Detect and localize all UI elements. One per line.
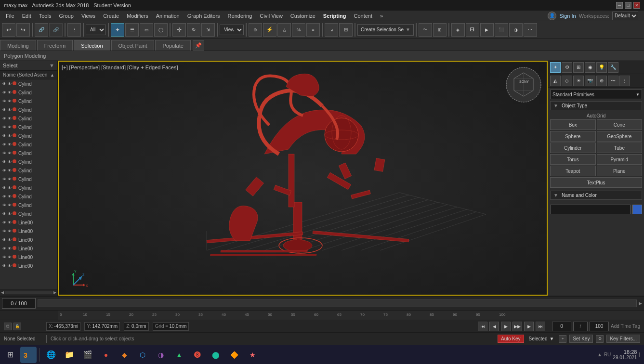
unlink-button[interactable]: 🔗 <box>49 23 63 37</box>
viewport-3d[interactable]: [+] [Perspective] [Standard] [Clay + Edg… <box>58 61 548 296</box>
teapot-button[interactable]: Teapot <box>550 166 596 176</box>
mirror-button[interactable]: ⧡ <box>325 23 338 37</box>
menu-modifiers[interactable]: Modifiers <box>123 11 152 21</box>
rp-motion-icon[interactable]: ◉ <box>585 62 595 73</box>
maximize-button[interactable]: □ <box>625 2 631 9</box>
scene-list-item[interactable]: 👁 👁 Line00 <box>0 227 57 235</box>
timeline-expand-button[interactable]: ▶ <box>637 301 644 306</box>
tab-modeling[interactable]: Modeling <box>0 40 36 51</box>
box-button[interactable]: Box <box>550 119 596 130</box>
rp-display-icon[interactable]: 💡 <box>596 62 607 73</box>
sphere-button[interactable]: Sphere <box>550 131 596 142</box>
tab-pin-button[interactable]: 📌 <box>193 40 204 51</box>
prev-frame-button[interactable]: ◀ <box>489 322 499 331</box>
taskbar-app5-button[interactable]: ▲ <box>171 347 187 363</box>
taskbar-app9-button[interactable]: ★ <box>244 347 261 363</box>
play-all-button[interactable]: ▶▶ <box>513 322 522 331</box>
go-end-button[interactable]: ⏭ <box>536 322 545 331</box>
play-button[interactable]: ▶ <box>501 322 511 331</box>
select-object-button[interactable]: ✦ <box>111 23 124 37</box>
rp-shapes-icon[interactable]: ◇ <box>562 76 572 86</box>
pyramid-button[interactable]: Pyramid <box>597 154 643 165</box>
snap-toggle-button[interactable]: ⚡ <box>263 23 276 37</box>
taskbar-app7-button[interactable]: ⬤ <box>208 347 224 363</box>
status-icon-2[interactable]: 🔒 <box>13 323 21 330</box>
key-lock-button[interactable]: + <box>559 335 566 343</box>
taskbar-tray-arrow[interactable]: ▲ <box>597 352 602 357</box>
menu-animation[interactable]: Animation <box>152 11 184 21</box>
taskbar-windows-button[interactable]: ⊞ <box>2 347 18 363</box>
menu-rendering[interactable]: Rendering <box>224 11 256 21</box>
view-dropdown[interactable]: View <box>220 25 244 35</box>
current-frame-input[interactable] <box>552 322 571 331</box>
menu-tools[interactable]: Tools <box>35 11 55 21</box>
auto-key-button[interactable]: Auto Key <box>498 335 524 343</box>
scene-list-item[interactable]: 👁 👁 Cylind <box>0 79 57 88</box>
curve-editor-button[interactable]: 〜 <box>419 23 432 37</box>
scene-list-item[interactable]: 👁 👁 Line00 <box>0 244 57 253</box>
scene-list-item[interactable]: 👁 👁 Cylind <box>0 183 57 192</box>
spinner-snap-button[interactable]: ≡ <box>306 23 320 37</box>
taskbar-browser-button[interactable]: 🌐 <box>43 347 59 363</box>
bind-spacewarp-button[interactable]: ⋮ <box>67 23 81 37</box>
scene-list-item[interactable]: 👁 👁 Cylind <box>0 88 57 97</box>
rp-hierarchy-icon[interactable]: ⊞ <box>573 62 584 73</box>
menu-civil-view[interactable]: Civil View <box>256 11 286 21</box>
minimize-button[interactable]: ─ <box>616 2 623 9</box>
close-button[interactable]: ✕ <box>633 2 640 9</box>
menu-scripting[interactable]: Scripting <box>319 11 350 21</box>
status-icon-1[interactable]: ⊡ <box>4 323 12 330</box>
rp-cameras-icon[interactable]: 📷 <box>585 76 595 86</box>
render-prod-button[interactable]: ⬛ <box>495 23 508 37</box>
menu-customize[interactable]: Customize <box>287 11 319 21</box>
rp-modify-icon[interactable]: ⚙ <box>562 62 572 73</box>
plane-button[interactable]: Plane <box>597 166 643 176</box>
taskbar-app1-button[interactable]: ● <box>98 347 114 363</box>
scale-button[interactable]: ⇲ <box>201 23 215 37</box>
cone-button[interactable]: Cone <box>597 119 643 130</box>
rp-geometry-icon[interactable]: ◭ <box>550 76 561 86</box>
menu-content[interactable]: Content <box>350 11 376 21</box>
object-type-section-header[interactable]: ▼ Object Type <box>550 101 642 110</box>
scene-list-item[interactable]: 👁 👁 Line00 <box>0 218 57 227</box>
taskbar-folder-button[interactable]: 📁 <box>61 347 78 363</box>
tab-freeform[interactable]: Freeform <box>37 40 73 51</box>
move-button[interactable]: ✛ <box>172 23 186 37</box>
scroll-right-arrow[interactable]: ▶ <box>53 290 56 295</box>
material-editor-button[interactable]: ◈ <box>451 23 465 37</box>
taskbar-app2-button[interactable]: ◆ <box>116 347 132 363</box>
render-frame-button[interactable]: ▶ <box>480 23 494 37</box>
menu-more[interactable]: » <box>376 11 387 21</box>
timeline-track[interactable] <box>38 299 637 307</box>
next-frame-button[interactable]: ▶ <box>524 322 534 331</box>
color-swatch[interactable] <box>632 205 642 214</box>
render-iter-button[interactable]: ⋯ <box>524 23 537 37</box>
menu-views[interactable]: Views <box>78 11 99 21</box>
name-color-section-header[interactable]: ▼ Name and Color <box>550 191 642 200</box>
taskbar-3dsmax-button[interactable]: 3 <box>20 347 37 363</box>
taskbar-show-desktop[interactable]: | <box>639 352 640 357</box>
tube-button[interactable]: Tube <box>597 143 643 153</box>
key-filters-button[interactable]: Key Filters... <box>606 335 640 343</box>
pivot-button[interactable]: ⊕ <box>249 23 262 37</box>
scene-list-item[interactable]: 👁 👁 Cylind <box>0 123 57 131</box>
redo-button[interactable]: ↪ <box>16 23 30 37</box>
scene-list-item[interactable]: 👁 👁 Cylind <box>0 175 57 183</box>
menu-edit[interactable]: Edit <box>18 11 35 21</box>
scene-list-scroll[interactable]: 👁 👁 Cylind 👁 👁 Cylind 👁 👁 Cylind 👁 <box>0 79 57 289</box>
scene-list-item[interactable]: 👁 👁 Line00 <box>0 253 57 261</box>
scene-list-item[interactable]: 👁 👁 Line00 <box>0 261 57 270</box>
taskbar-app4-button[interactable]: ◑ <box>153 347 169 363</box>
scene-list-item[interactable]: 👁 👁 Cylind <box>0 140 57 149</box>
menu-create[interactable]: Create <box>99 11 123 21</box>
circle-select-button[interactable]: ◯ <box>154 23 168 37</box>
rect-select-button[interactable]: ▭ <box>140 23 153 37</box>
torus-button[interactable]: Torus <box>550 154 596 165</box>
add-time-tag-button[interactable]: Add Time Tag <box>611 324 640 329</box>
rp-spacewarps-icon[interactable]: 〜 <box>608 76 618 86</box>
textplus-button[interactable]: TextPlus <box>550 177 642 188</box>
scene-list-item[interactable]: 👁 👁 Cylind <box>0 201 57 209</box>
workspaces-select[interactable]: Default <box>612 12 638 20</box>
cylinder-button[interactable]: Cylinder <box>550 143 596 153</box>
go-start-button[interactable]: ⏮ <box>478 322 487 331</box>
